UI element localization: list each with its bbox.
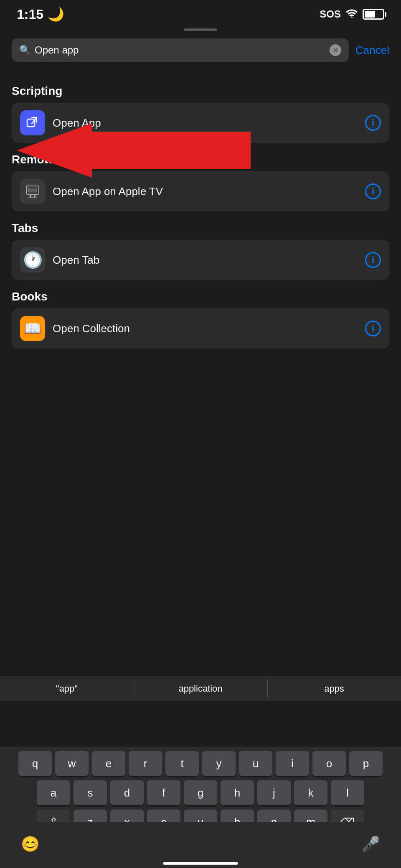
keyboard: q w e r t y u i o p a s d f g h j k l ⇧ …	[0, 747, 401, 868]
action-item-open-tab[interactable]: 🕐 Open Tab i	[12, 240, 389, 280]
key-s[interactable]: s	[74, 780, 107, 805]
action-item-open-app-apple-tv[interactable]: Open App on Apple TV i	[12, 171, 389, 211]
microphone-button[interactable]: 🎤	[361, 835, 380, 853]
predictive-item-apps[interactable]: apps	[267, 676, 401, 701]
key-a[interactable]: a	[37, 780, 70, 805]
svg-rect-6	[34, 195, 36, 197]
sos-indicator: SOS	[320, 8, 341, 20]
svg-rect-1	[27, 119, 35, 127]
key-e[interactable]: e	[92, 751, 125, 776]
action-item-open-collection[interactable]: 📖 Open Collection i	[12, 308, 389, 349]
open-collection-icon: 📖	[20, 316, 45, 341]
key-u[interactable]: u	[239, 751, 272, 776]
svg-line-2	[32, 117, 36, 124]
emoji-button[interactable]: 😊	[21, 835, 40, 853]
key-d[interactable]: d	[110, 780, 144, 805]
content-area: Scripting Open App i Remote	[0, 66, 401, 361]
predictive-item-app[interactable]: "app"	[0, 676, 134, 701]
key-f[interactable]: f	[147, 780, 180, 805]
key-w[interactable]: w	[55, 751, 89, 776]
open-tab-label: Open Tab	[53, 254, 365, 267]
svg-rect-5	[30, 195, 31, 197]
key-l[interactable]: l	[331, 780, 364, 805]
status-right: SOS	[320, 8, 384, 20]
predictive-bar: "app" application apps	[0, 676, 401, 701]
open-app-apple-tv-label: Open App on Apple TV	[53, 185, 365, 198]
keyboard-bottom-bar: 😊 🎤	[0, 822, 401, 868]
search-clear-button[interactable]: ✕	[330, 44, 341, 56]
time-display: 1:15	[17, 7, 43, 22]
key-g[interactable]: g	[184, 780, 217, 805]
key-t[interactable]: t	[165, 751, 199, 776]
open-tab-icon: 🕐	[20, 247, 45, 272]
key-y[interactable]: y	[202, 751, 236, 776]
cancel-button[interactable]: Cancel	[355, 44, 389, 57]
key-q[interactable]: q	[18, 751, 52, 776]
key-p[interactable]: p	[349, 751, 383, 776]
battery-icon	[363, 9, 384, 20]
search-input[interactable]	[35, 44, 325, 56]
pull-handle	[0, 25, 401, 34]
section-header-remote: Remote	[12, 153, 389, 166]
open-app-label: Open App	[53, 117, 365, 130]
svg-rect-7	[28, 197, 37, 198]
status-bar: 1:15 🌙 SOS	[0, 0, 401, 25]
key-j[interactable]: j	[257, 780, 291, 805]
open-app-info-button[interactable]: i	[365, 115, 381, 131]
search-bar-container: 🔍 ✕ Cancel	[0, 34, 401, 66]
section-header-scripting: Scripting	[12, 84, 389, 98]
pull-handle-bar	[184, 28, 217, 31]
key-r[interactable]: r	[129, 751, 162, 776]
section-header-tabs: Tabs	[12, 221, 389, 235]
wifi-icon	[346, 8, 358, 20]
search-bar[interactable]: 🔍 ✕	[12, 38, 349, 62]
key-i[interactable]: i	[276, 751, 309, 776]
key-o[interactable]: o	[312, 751, 346, 776]
key-h[interactable]: h	[221, 780, 254, 805]
open-collection-label: Open Collection	[53, 322, 365, 335]
open-app-apple-tv-info-button[interactable]: i	[365, 183, 381, 199]
open-tab-info-button[interactable]: i	[365, 252, 381, 268]
svg-point-0	[351, 17, 353, 18]
battery-fill	[365, 11, 375, 18]
open-collection-info-button[interactable]: i	[365, 321, 381, 336]
search-icon: 🔍	[19, 45, 30, 56]
section-header-books: Books	[12, 290, 389, 303]
action-item-open-app[interactable]: Open App i	[12, 103, 389, 143]
apple-tv-icon	[20, 179, 45, 204]
status-time: 1:15 🌙	[17, 6, 64, 22]
predictive-item-application[interactable]: application	[134, 676, 267, 701]
open-app-icon	[20, 110, 45, 135]
key-k[interactable]: k	[294, 780, 327, 805]
keyboard-row-2: a s d f g h j k l	[3, 780, 398, 805]
keyboard-row-1: q w e r t y u i o p	[3, 751, 398, 776]
home-indicator	[163, 862, 238, 865]
moon-icon: 🌙	[48, 6, 64, 22]
